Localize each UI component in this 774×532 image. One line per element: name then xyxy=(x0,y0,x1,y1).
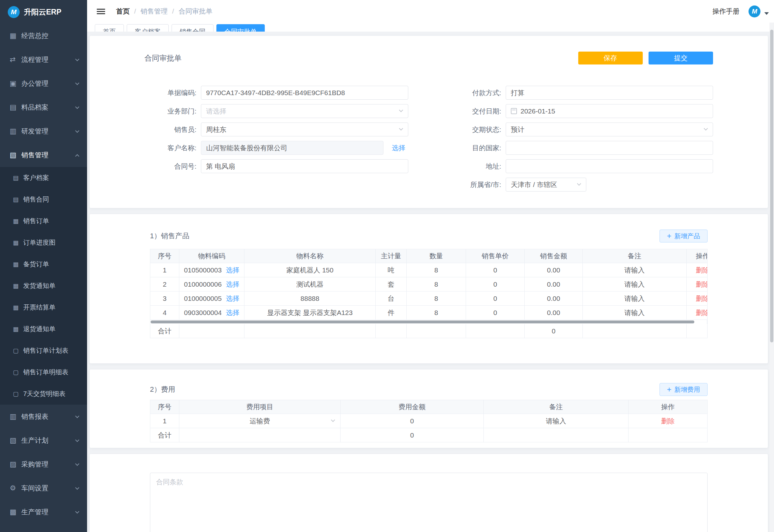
sidebar-item[interactable]: ▦ 经营总控 xyxy=(0,24,87,48)
cell-amount: 0.00 xyxy=(525,277,583,291)
sidebar-item[interactable]: ▢ 销售订单计划表 xyxy=(0,340,87,361)
grid-icon: ▦ xyxy=(13,261,23,268)
cell-price: 0 xyxy=(466,263,525,277)
table-icon: ▢ xyxy=(13,369,23,376)
horizontal-scrollbar-thumb[interactable] xyxy=(151,320,694,323)
tab[interactable]: 合同审批单 xyxy=(216,24,265,32)
sidebar-item[interactable]: ▦ 开票结算单 xyxy=(0,297,87,318)
province-select[interactable]: 天津市 / 市辖区 xyxy=(506,178,586,192)
cell-remark-input[interactable]: 请输入 xyxy=(583,306,687,320)
sidebar-item[interactable]: ▨ 采购管理 xyxy=(0,452,87,476)
sidebar-item[interactable]: ⇄ 流程管理 xyxy=(0,48,87,72)
sidebar-item[interactable]: ▤ xyxy=(0,524,87,532)
save-button[interactable]: 保存 xyxy=(578,52,643,64)
add-fee-button[interactable]: 新增费用 xyxy=(660,383,708,396)
add-product-button[interactable]: 新增产品 xyxy=(660,230,708,242)
chevron-down-icon xyxy=(75,414,79,418)
tab[interactable]: 客户档案 xyxy=(127,24,169,32)
cell-amount: 0.00 xyxy=(525,291,583,306)
manual-link[interactable]: 操作手册 xyxy=(712,7,739,16)
sidebar-item[interactable]: ▦ 备货订单 xyxy=(0,253,87,275)
sidebar-item[interactable]: ▦ 发货通知单 xyxy=(0,275,87,297)
fee-type-select[interactable]: 运输费 xyxy=(179,414,341,428)
address-label: 地址: xyxy=(449,162,506,171)
horizontal-scrollbar xyxy=(150,320,707,324)
doc-no-input[interactable] xyxy=(201,86,408,100)
chevron-down-icon xyxy=(75,486,79,490)
sidebar: M 升阳云ERP ▦ 经营总控 ⇄ 流程管理 ▣ 办公管理 ▤ 料品档案 ▥ 研… xyxy=(0,0,87,532)
delete-row-link[interactable]: 删除 xyxy=(696,266,708,274)
contract-no-input[interactable] xyxy=(201,159,408,173)
contract-no-label: 合同号: xyxy=(144,162,201,171)
dept-select[interactable]: 请选择 xyxy=(201,104,408,118)
fees-table: 序号 费用项目 费用金额 备注 操作 1 运输费 0 xyxy=(150,400,708,442)
sidebar-item[interactable]: ▢ 销售订单明细表 xyxy=(0,361,87,383)
cell-remark-input[interactable]: 请输入 xyxy=(583,263,687,277)
sidebar-item[interactable]: ▩ 生产管理 xyxy=(0,500,87,524)
sales-icon: ▧ xyxy=(10,151,21,159)
office-icon: ▣ xyxy=(10,79,21,88)
sidebar-item[interactable]: ⚙ 车间设置 xyxy=(0,476,87,500)
chevron-down-icon xyxy=(704,126,708,131)
province-label: 所属省/市: xyxy=(449,180,506,189)
breadcrumb-sales[interactable]: 销售管理 xyxy=(141,7,168,16)
open-tabs-bar: 首页 客户档案 销售合同 合同审批单 xyxy=(87,23,774,32)
chevron-down-icon[interactable] xyxy=(764,12,769,15)
cell-ops: 删除 xyxy=(687,306,708,320)
submit-button[interactable]: 提交 xyxy=(649,52,713,64)
cell-ops: 删除 xyxy=(687,263,708,277)
sidebar-item[interactable]: ▤ 客户档案 xyxy=(0,167,87,189)
select-material-link[interactable]: 选择 xyxy=(226,294,239,303)
delete-row-link[interactable]: 删除 xyxy=(696,295,708,302)
vertical-scrollbar-thumb[interactable] xyxy=(770,30,773,342)
delivery-status-select[interactable]: 预计 xyxy=(506,123,713,136)
sidebar-item[interactable]: ▦ 退货通知单 xyxy=(0,318,87,340)
cell-amount: 0.00 xyxy=(525,263,583,277)
sidebar-item[interactable]: ▢ 7天交货明细表 xyxy=(0,383,87,405)
sidebar-item[interactable]: ▦ 销售订单 xyxy=(0,210,87,232)
chevron-down-icon xyxy=(399,126,403,131)
sidebar-item[interactable]: ▦ 订单进度图 xyxy=(0,232,87,253)
chevron-down-icon xyxy=(399,108,403,112)
chevron-down-icon xyxy=(75,462,79,466)
cell-remark-input[interactable]: 请输入 xyxy=(583,277,687,291)
cell-name: 显示器支架 显示器支架A123 xyxy=(244,306,376,320)
delivery-date-label: 交付日期: xyxy=(449,107,506,116)
address-input[interactable] xyxy=(506,159,713,173)
select-material-link[interactable]: 选择 xyxy=(226,308,239,317)
sidebar-item[interactable]: ▧ 生产计划 xyxy=(0,429,87,452)
sidebar-item[interactable]: ▥ 研发管理 xyxy=(0,119,87,143)
app-name: 升阳云ERP xyxy=(24,7,61,17)
products-table: 序号 物料编码 物料名称 主计量 数量 销售单价 销售金额 备注 操作 1 01… xyxy=(150,249,708,338)
sidebar-item[interactable]: ▥ 销售报表 xyxy=(0,405,87,429)
sidebar-item[interactable]: ▧ 销售管理 xyxy=(0,143,87,167)
avatar[interactable]: M xyxy=(749,5,760,17)
cell-remark-input[interactable]: 请输入 xyxy=(484,414,629,428)
plan-icon: ▧ xyxy=(10,436,21,445)
select-customer-link[interactable]: 选择 xyxy=(392,143,405,153)
page-title: 合同审批单 xyxy=(144,53,182,63)
select-material-link[interactable]: 选择 xyxy=(226,280,239,289)
total-amount: 0 xyxy=(341,428,484,442)
tab[interactable]: 首页 xyxy=(95,24,124,32)
payment-input[interactable] xyxy=(506,86,713,100)
sidebar-item[interactable]: ▤ 销售合同 xyxy=(0,189,87,210)
delete-row-link[interactable]: 删除 xyxy=(696,309,708,316)
salesman-select[interactable]: 周桂东 xyxy=(201,123,408,136)
cell-remark-input[interactable]: 请输入 xyxy=(583,291,687,306)
sidebar-item[interactable]: ▣ 办公管理 xyxy=(0,72,87,95)
chevron-up-icon xyxy=(75,154,79,158)
sidebar-item[interactable]: ▤ 料品档案 xyxy=(0,95,87,119)
fees-total-row: 合计 0 xyxy=(150,428,708,442)
app-logo: M 升阳云ERP xyxy=(0,0,87,24)
select-material-link[interactable]: 选择 xyxy=(226,266,239,275)
tab[interactable]: 销售合同 xyxy=(172,24,213,32)
delete-row-link[interactable]: 删除 xyxy=(696,281,708,288)
delete-row-link[interactable]: 删除 xyxy=(661,417,675,425)
breadcrumb-home[interactable]: 首页 xyxy=(116,7,130,16)
collapse-menu-icon[interactable] xyxy=(97,7,105,15)
delivery-date-input[interactable]: 2026-01-15 xyxy=(506,104,713,118)
contract-terms-textarea[interactable] xyxy=(150,473,708,532)
total-label: 合计 xyxy=(150,428,179,442)
dest-country-input[interactable] xyxy=(506,141,713,155)
